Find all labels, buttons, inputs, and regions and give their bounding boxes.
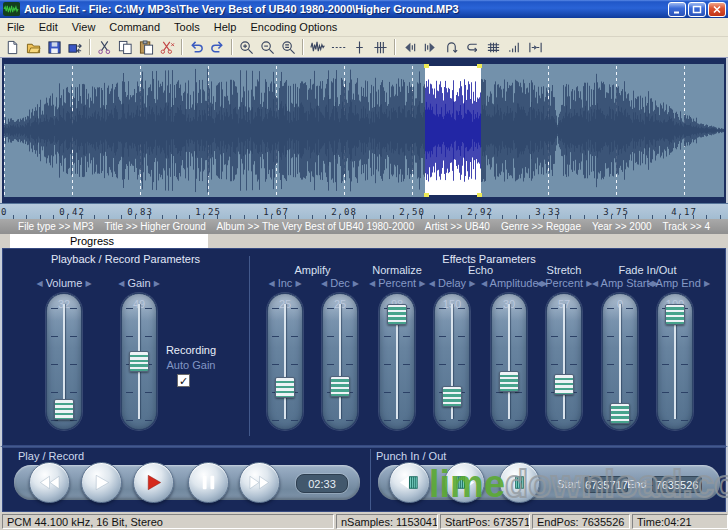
redo-icon[interactable] — [207, 38, 228, 57]
slider-thumb[interactable] — [610, 403, 630, 424]
slider-track[interactable]: 57 — [546, 293, 582, 430]
slider-thumb[interactable] — [275, 377, 295, 398]
close-button[interactable] — [708, 2, 726, 17]
waveform-panel[interactable] — [0, 58, 728, 203]
waveform-canvas[interactable] — [4, 64, 724, 197]
slider-dec-arrow[interactable]: ◀ — [268, 279, 274, 288]
menu-view[interactable]: View — [65, 20, 103, 34]
slider-inc-arrow[interactable]: ▶ — [295, 279, 301, 288]
slider-dec-arrow[interactable]: ◀ — [429, 279, 435, 288]
slider-thumb[interactable] — [554, 374, 574, 395]
paste-icon[interactable] — [136, 38, 157, 57]
slider-delay: ◀ Delay ▶150 — [424, 277, 480, 430]
record-button[interactable] — [133, 462, 174, 503]
slider-thumb[interactable] — [499, 371, 519, 392]
timeline-ruler[interactable]: 00.420.831.251.672.082.502.923.333.754.1… — [0, 203, 728, 219]
delete-selection-icon[interactable] — [157, 38, 178, 57]
slider-inc-arrow[interactable]: ▶ — [353, 279, 359, 288]
rewind-button[interactable] — [29, 462, 70, 503]
slider-ticks-left — [327, 308, 334, 421]
grid-view-icon[interactable] — [483, 38, 504, 57]
file-info-text: File type >> MP3 Title >> Higher Ground … — [18, 221, 710, 232]
invert-u-icon[interactable] — [441, 38, 462, 57]
zoom-out-icon[interactable] — [257, 38, 278, 57]
volume-meter-icon[interactable] — [504, 38, 525, 57]
convert-file-icon[interactable] — [65, 38, 86, 57]
slider-inc-arrow[interactable]: ▶ — [154, 279, 160, 288]
slider-thumb[interactable] — [442, 386, 462, 407]
new-file-icon[interactable] — [2, 38, 23, 57]
slider-inc-arrow[interactable]: ▶ — [469, 279, 475, 288]
play-button[interactable] — [81, 462, 122, 503]
menu-edit[interactable]: Edit — [32, 20, 65, 34]
slider-dec-arrow[interactable]: ◀ — [647, 279, 653, 288]
play-selection-button[interactable] — [499, 462, 540, 503]
slider-track[interactable]: 0 — [602, 293, 638, 430]
pause-button[interactable] — [188, 462, 229, 503]
menu-command[interactable]: Command — [102, 20, 167, 34]
slider-dec-arrow[interactable]: ◀ — [36, 279, 42, 288]
cut-icon[interactable] — [94, 38, 115, 57]
slider-track[interactable]: 30 — [491, 293, 527, 430]
copy-icon[interactable] — [115, 38, 136, 57]
waveform-view-icon[interactable] — [307, 38, 328, 57]
slider-label: ◀ Inc ▶ — [257, 277, 313, 291]
status-bar: PCM 44.100 kHz, 16 Bit, StereonSamples: … — [0, 512, 728, 530]
slider-track[interactable]: 100 — [657, 293, 693, 430]
slider-thumb[interactable] — [129, 351, 149, 372]
slider-dec-arrow[interactable]: ◀ — [118, 279, 124, 288]
slider-track[interactable]: 150 — [434, 293, 470, 430]
title-bar[interactable]: Audio Edit - File: C:\My MP3s\The Very B… — [0, 0, 728, 18]
slider-dec-arrow[interactable]: ◀ — [369, 279, 375, 288]
insert-marker-icon[interactable] — [349, 38, 370, 57]
slider-track[interactable]: 98 — [379, 293, 415, 430]
slider-thumb[interactable] — [330, 376, 350, 397]
selection-span-icon[interactable] — [525, 38, 546, 57]
slider-track[interactable]: 32 — [46, 293, 82, 430]
time-display: 02:33 — [296, 474, 348, 493]
slider-dec: ◀ Dec ▶25 — [312, 277, 368, 430]
start-position-field[interactable]: 6735717 — [584, 476, 628, 493]
toolbar-separator — [394, 39, 396, 55]
slider-dec-arrow[interactable]: ◀ — [592, 279, 598, 288]
menu-help[interactable]: Help — [207, 20, 244, 34]
slider-thumb[interactable] — [54, 399, 74, 420]
app-icon — [3, 2, 21, 16]
undo-icon[interactable] — [186, 38, 207, 57]
menu-bar: FileEditViewCommandToolsHelpEncoding Opt… — [0, 18, 728, 37]
play-reverse-icon[interactable] — [399, 38, 420, 57]
slider-inc-arrow[interactable]: ▶ — [704, 279, 710, 288]
minimize-button[interactable] — [668, 2, 686, 17]
menu-encoding-options[interactable]: Encoding Options — [243, 20, 344, 34]
menu-file[interactable]: File — [0, 20, 32, 34]
status-panel-2: StartPos: 6735717 — [440, 514, 530, 529]
silence-icon[interactable] — [328, 38, 349, 57]
fast-forward-button[interactable] — [239, 462, 280, 503]
slider-rail — [284, 304, 286, 419]
slider-dec-arrow[interactable]: ◀ — [321, 279, 327, 288]
slider-dec-arrow[interactable]: ◀ — [536, 279, 542, 288]
slider-track[interactable]: 25 — [322, 293, 358, 430]
auto-gain-checkbox[interactable]: ✓ — [177, 374, 190, 387]
slider-track[interactable]: 25 — [267, 293, 303, 430]
slider-thumb[interactable] — [387, 304, 407, 325]
punch-in-button[interactable] — [389, 462, 430, 503]
play-forward-icon[interactable] — [420, 38, 441, 57]
slider-label: ◀ Percent ▶ — [369, 277, 425, 291]
slider-thumb[interactable] — [665, 304, 685, 325]
slider-percent: ◀ Percent ▶57 — [536, 277, 592, 430]
slider-dec-arrow[interactable]: ◀ — [481, 279, 487, 288]
zoom-fit-icon[interactable] — [278, 38, 299, 57]
save-file-icon[interactable] — [44, 38, 65, 57]
open-file-icon[interactable] — [23, 38, 44, 57]
end-position-field[interactable]: 7635526 — [652, 476, 702, 493]
punch-out-button[interactable] — [444, 462, 485, 503]
maximize-button[interactable] — [688, 2, 706, 17]
zoom-in-icon[interactable] — [236, 38, 257, 57]
menu-tools[interactable]: Tools — [167, 20, 207, 34]
marker-lines-icon[interactable] — [370, 38, 391, 57]
app-window: Audio Edit - File: C:\My MP3s\The Very B… — [0, 0, 728, 530]
slider-inc-arrow[interactable]: ▶ — [85, 279, 91, 288]
slider-track[interactable]: 49 — [121, 293, 157, 430]
loop-icon[interactable] — [462, 38, 483, 57]
